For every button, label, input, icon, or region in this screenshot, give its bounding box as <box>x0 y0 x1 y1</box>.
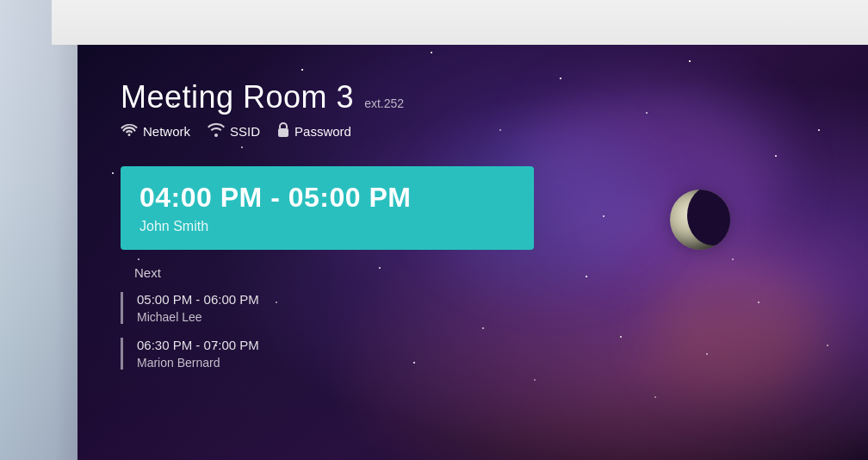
svg-point-0 <box>214 134 218 137</box>
current-booking-person: John Smith <box>140 219 515 234</box>
ssid-info: SSID <box>208 123 260 140</box>
upcoming-person-1: Michael Lee <box>137 310 259 324</box>
room-ext: ext.252 <box>364 96 404 110</box>
office-panel <box>0 0 78 460</box>
next-label: Next <box>121 265 825 280</box>
ssid-icon <box>208 123 225 140</box>
room-title-row: Meeting Room 3 ext.252 <box>121 79 825 115</box>
upcoming-person-2: Marion Bernard <box>137 356 259 370</box>
network-info: Network <box>121 124 190 140</box>
lock-icon <box>277 122 289 140</box>
upcoming-list: 05:00 PM - 06:00 PM Michael Lee 06:30 PM… <box>121 292 825 370</box>
main-content: Meeting Room 3 ext.252 Network <box>78 45 868 460</box>
room-info-bar: Network SSID <box>121 122 825 140</box>
upcoming-time-2: 06:30 PM - 07:00 PM <box>137 338 259 352</box>
upcoming-item-2: 06:30 PM - 07:00 PM Marion Bernard <box>121 338 825 370</box>
network-label: Network <box>143 124 190 139</box>
wifi-icon <box>121 124 138 140</box>
room-title: Meeting Room 3 <box>121 79 354 115</box>
password-info: Password <box>277 122 351 140</box>
svg-rect-1 <box>278 128 288 137</box>
room-header: Meeting Room 3 ext.252 Network <box>121 79 825 140</box>
current-booking-time: 04:00 PM - 05:00 PM <box>140 182 515 214</box>
current-booking-card: 04:00 PM - 05:00 PM John Smith <box>121 166 534 250</box>
top-bar <box>52 0 868 45</box>
upcoming-time-1: 05:00 PM - 06:00 PM <box>137 292 259 307</box>
password-label: Password <box>294 124 351 139</box>
upcoming-info-1: 05:00 PM - 06:00 PM Michael Lee <box>137 292 259 324</box>
upcoming-item-1: 05:00 PM - 06:00 PM Michael Lee <box>121 292 825 324</box>
upcoming-info-2: 06:30 PM - 07:00 PM Marion Bernard <box>137 338 259 370</box>
ssid-label: SSID <box>230 124 260 139</box>
